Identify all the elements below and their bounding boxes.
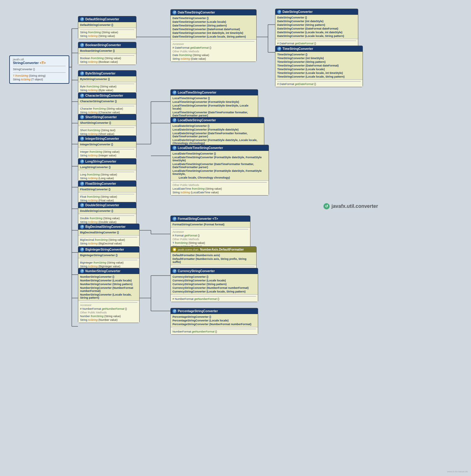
m-boolean-2: String toString (Boolean value): [80, 60, 134, 64]
ctors-numberstringconverter: NumberStringConverter () NumberStringCon…: [78, 274, 139, 301]
ctor-time-7: TimeStringConverter (Locale locale, Stri…: [277, 75, 361, 79]
ctor-localdate-4: LocalDateStringConverter (FormatStyle da…: [173, 138, 262, 145]
icon-localdatestringconverter: ↺: [173, 118, 177, 122]
m-boolean-1: Boolean fromString (String value): [80, 56, 134, 60]
ctor-date-1: DateStringConverter (): [277, 16, 356, 19]
ctor-number-4: NumberStringConverter (NumberFormat numb…: [80, 286, 137, 293]
methods-bigdecimalstringconverter: BigDecimal fromString (String value) Str…: [80, 237, 137, 245]
base-class-name: StringConverter <T>: [13, 61, 66, 65]
title-shortstringconverter: ShortStringConverter: [85, 115, 117, 119]
body-defaultstringconverter: String fromString (String value) String …: [78, 28, 136, 39]
box-numberstringconverter: ↺ NumberStringConverter NumberStringConv…: [78, 268, 140, 323]
m-format-2: T fromString (String value): [173, 241, 248, 245]
header-bytestringconverter: ↺ ByteStringConverter: [78, 71, 136, 76]
header-shortstringconverter: ↺ ShortStringConverter: [78, 114, 136, 120]
body-integerstringconverter: Integer fromString (String value) String…: [78, 147, 136, 158]
icon-timestringconverter: ↺: [277, 47, 281, 51]
header-localdatestringconverter: ↺ LocalDateStringConverter: [171, 117, 264, 123]
m-datetime-2: Date fromString (String value): [173, 53, 254, 57]
ctor-double-1: DoubleStringConverter (): [80, 209, 134, 213]
title-localtimestringconverter: LocalTimeStringConverter: [178, 91, 216, 94]
title-booleanstringconverter: BooleanStringConverter: [85, 43, 121, 47]
body-floatstringconverter: Float fromString (String value) String t…: [78, 192, 136, 203]
body-characterstringconverter: Character fromString (String value) Stri…: [78, 104, 136, 115]
ctor-date-6: DateStringConverter (Locale locale, Stri…: [277, 34, 356, 38]
icon-percentagestringconverter: ↺: [173, 309, 177, 313]
ctor-currency-1: CurrencyStringConverter (): [173, 275, 256, 279]
title-percentagestringconverter: PercentageStringConverter: [178, 309, 218, 313]
body-bigdecimalstringconverter: BigDecimal fromString (String value) Str…: [78, 236, 139, 246]
methods-integerstringconverter: Integer fromString (String value) String…: [80, 149, 134, 157]
ctor-localtime-1: LocalTimeStringConverter (): [173, 96, 256, 100]
ctor-pct-1: PercentageStringConverter (): [173, 315, 256, 319]
box-formatstringconverter: ↺ FormatStringConverter <T> FormatString…: [170, 216, 250, 250]
ctor-localdatetime-4b: Locale locale, Chronology chronology): [173, 176, 267, 180]
ctors-longstringconverter: LongStringConverter (): [78, 164, 136, 170]
ctor-df-2: DefaultFormatter (NumberAxis axis, Strin…: [173, 257, 254, 264]
icon-doublestringconverter: ↺: [80, 203, 84, 207]
ctors-currencystringconverter: CurrencyStringConverter () CurrencyStrin…: [171, 274, 258, 295]
other-label-dt: Other Public Methods: [173, 50, 254, 53]
m-default-2: String toString (String value): [80, 34, 134, 38]
icon-currencystringconverter: ↺: [173, 269, 177, 273]
icon-formatstringconverter: ↺: [173, 217, 177, 221]
header-booleanstringconverter: ↺ BooleanStringConverter: [78, 42, 136, 48]
ctor-biginteger-1: BigIntegerStringConverter (): [80, 253, 137, 257]
ctor-boolean-1: BooleanStringConverter (): [80, 49, 134, 53]
ctor-number-5: NumberStringConverter (Locale locale, St…: [80, 293, 137, 300]
ctor-localtime-2: LocalTimeStringConverter (FormatStyle ti…: [173, 100, 256, 104]
icon-datestringconverter: ↺: [277, 10, 281, 14]
m-datetime-1: # DateFormat getDateFormat (): [173, 46, 254, 50]
header-currencystringconverter: ↺ CurrencyStringConverter: [171, 268, 258, 274]
icon-localtimestringconverter: ↺: [173, 91, 177, 95]
header-integerstringconverter: ↺ IntegerStringConverter: [78, 136, 136, 142]
methods-characterstringconverter: Character fromString (String value) Stri…: [80, 106, 134, 114]
m-char-1: Character fromString (String value): [80, 107, 134, 111]
ctors-floatstringconverter: FloatStringConverter (): [78, 187, 136, 192]
accessor-label: Accessor: [80, 303, 137, 307]
ctor-datetime-5: DateTimeStringConverter (int dateStyle, …: [173, 31, 254, 35]
ctor-localdate-3: LocalDateStringConverter (DateTimeFormat…: [173, 131, 262, 138]
ctor-time-6: TimeStringConverter (Locale locale, int …: [277, 71, 361, 75]
header-formatstringconverter: ↺ FormatStringConverter <T>: [171, 216, 250, 222]
m-date-1: # DateFormat getDateFormat (): [277, 42, 356, 45]
title-localdatestringconverter: LocalDateStringConverter: [178, 119, 216, 122]
ctor-time-5: TimeStringConverter (Locale locale): [277, 67, 361, 71]
header-bigintegerstringconverter: ↺ BigIntegerStringConverter: [78, 247, 139, 252]
ctors-bigintegerstringconverter: BigIntegerStringConverter (): [78, 252, 139, 258]
ctor-datetime-4: DateTimeStringConverter (DateFormat date…: [173, 27, 254, 31]
ctor-long-1: LongStringConverter (): [80, 165, 134, 169]
body-shortstringconverter: Short fromString (String text) String to…: [78, 126, 136, 137]
body-bigintegerstringconverter: BigInteger fromString (String value) Str…: [78, 258, 139, 269]
other-label-ldt: Other Public Methods: [173, 183, 267, 187]
icon-longstringconverter: ↺: [80, 159, 84, 163]
methods-timestringconverter: # DateFormat getDateFormat (): [277, 81, 361, 86]
title-numberstringconverter: NumberStringConverter: [85, 269, 120, 273]
methods-percentagestringconverter: NumberFormat getNumberFormat (): [173, 329, 256, 333]
ctors-booleanstringconverter: BooleanStringConverter (): [78, 48, 136, 54]
pkg-icon: ↺: [323, 203, 330, 209]
methods-bytestringconverter: Byte fromString (String value) String to…: [80, 84, 134, 92]
box-longstringconverter: ↺ LongStringConverter LongStringConverte…: [78, 158, 136, 181]
header-floatstringconverter: ↺ FloatStringConverter: [78, 181, 136, 187]
methods-bigintegerstringconverter: BigInteger fromString (String value) Str…: [80, 260, 137, 268]
ctor-currency-5: CurrencyStringConverter (Locale locale, …: [173, 290, 256, 293]
box-integerstringconverter: ↺ IntegerStringConverter IntegerStringCo…: [78, 135, 136, 159]
title-defaultformatter: javafx.scene.chart. NumberAxis.DefaultFo…: [178, 248, 244, 251]
m-long-1: Long fromString (String value): [80, 173, 134, 176]
header-localtimestringconverter: ↺ LocalTimeStringConverter: [171, 90, 258, 95]
methods-doublestringconverter: Double fromString (String value) String …: [80, 216, 134, 224]
m-bigdecimal-2: String toString (BigDecimal value): [80, 242, 137, 245]
pkg-label-text: javafx.util.converter: [331, 204, 378, 209]
ctor-date-3: DateStringConverter (String pattern): [277, 23, 356, 27]
header-bigdecimalstringconverter: ↺ BigDecimalStringConverter: [78, 224, 139, 230]
diagram-container: javafx.util. StringConverter <T> StringC…: [0, 0, 471, 476]
ctor-pct-3: PercentageStringConverter (NumberFormat …: [173, 322, 256, 326]
box-characterstringconverter: ↺ CharacterStringConverter CharacterStri…: [78, 92, 136, 115]
m-format-1: # Format getFormat (): [173, 234, 248, 237]
ctors-defaultformatter: DefaultFormatter (NumberAxis axis) Defau…: [171, 252, 256, 265]
header-percentagestringconverter: ↺ PercentageStringConverter: [171, 308, 258, 314]
package-label: ↺ javafx.util.converter: [323, 203, 378, 209]
m-integer-2: String toString (Integer value): [80, 154, 134, 157]
ctor-localdatetime-3: LocalDateTimeStringConverter (DateTimeFo…: [173, 162, 267, 169]
